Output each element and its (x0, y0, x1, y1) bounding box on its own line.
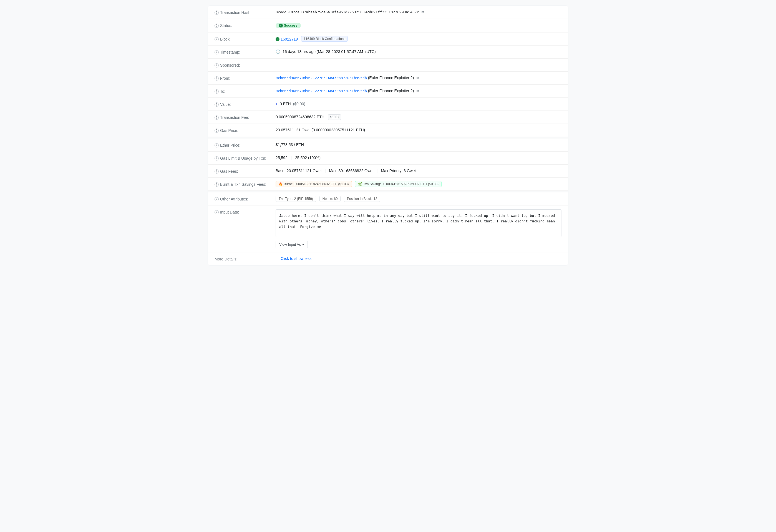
clock-icon: 🕐 (275, 49, 280, 54)
from-value: 0xb66cd966670d962C227B3EABA30a872DbFb995… (275, 75, 561, 80)
burnt-badge: 🔥 Burnt: 0.000513311824608632 ETH ($1.03… (275, 181, 352, 187)
status-value: Success (275, 23, 561, 28)
ether-price-value: $1,773.53 / ETH (275, 143, 561, 147)
gas-price-help-icon[interactable]: ? (215, 129, 219, 133)
input-data-value: View Input As ▾ (275, 209, 561, 248)
burnt-savings-label: ? Burnt & Txn Savings Fees: (215, 182, 275, 187)
view-input-as-button[interactable]: View Input As ▾ (275, 241, 308, 248)
more-details-label: More Details: (215, 256, 275, 261)
to-row: ? To: 0xb66cd966670d962C227B3EABA30a872D… (208, 85, 568, 98)
input-data-textarea[interactable] (275, 209, 561, 237)
status-row: ? Status: Success (208, 19, 568, 32)
timestamp-row: ? Timestamp: 🕐 16 days 13 hrs ago (Mar-2… (208, 45, 568, 58)
transaction-hash-label: ? Transaction Hash: (215, 10, 275, 15)
gas-fees-label: ? Gas Fees: (215, 169, 275, 174)
copy-hash-icon[interactable]: ⧉ (422, 10, 424, 14)
more-details-link[interactable]: — Click to show less (275, 256, 312, 261)
more-details-row: More Details: — Click to show less (208, 252, 568, 265)
block-row: ? Block: 16922719 116499 Block Confirmat… (208, 32, 568, 45)
burnt-savings-value: 🔥 Burnt: 0.000513311824608632 ETH ($1.03… (275, 182, 561, 186)
transaction-hash-row: ? Transaction Hash: 0xedd8102ca037abaeb7… (208, 6, 568, 19)
from-row: ? From: 0xb66cd966670d962C227B3EABA30a87… (208, 72, 568, 85)
block-label: ? Block: (215, 36, 275, 41)
copy-to-icon[interactable]: ⧉ (417, 89, 419, 93)
value-help-icon[interactable]: ? (215, 103, 219, 107)
status-label: ? Status: (215, 23, 275, 28)
transaction-fee-row: ? Transaction Fee: 0.00059008724608632 E… (208, 111, 568, 124)
savings-badge: 🌿 Txn Savings: 0.000412315928939992 ETH … (355, 181, 441, 187)
transaction-fee-help-icon[interactable]: ? (215, 116, 219, 120)
other-attributes-label: ? Other Attributes: (215, 196, 275, 201)
input-data-row: ? Input Data: View Input As ▾ (208, 205, 568, 252)
transaction-fee-value: 0.00059008724608632 ETH $1.18 (275, 115, 561, 119)
value-value: ♦ 0 ETH ($0.00) (275, 102, 561, 106)
transaction-hash-help-icon[interactable]: ? (215, 11, 219, 15)
transaction-hash-value: 0xedd8102ca037abaeb75ce6a1afe951d2953258… (275, 10, 561, 14)
gas-fees-row: ? Gas Fees: Base: 20.057511121 Gwei | Ma… (208, 165, 568, 178)
timestamp-value: 🕐 16 days 13 hrs ago (Mar-28-2023 01:57:… (275, 49, 561, 54)
to-label: ? To: (215, 88, 275, 94)
txn-type-badge: Txn Type: 2 (EIP-1559) (275, 196, 316, 202)
block-help-icon[interactable]: ? (215, 37, 219, 41)
sponsored-row: ? Sponsored: (208, 58, 568, 72)
from-label: ? From: (215, 75, 275, 80)
copy-from-icon[interactable]: ⧉ (417, 76, 419, 80)
ether-price-label: ? Ether Price: (215, 143, 275, 147)
input-data-help-icon[interactable]: ? (215, 210, 219, 214)
gas-limit-value: 25,592 | 25,592 (100%) (275, 156, 561, 160)
other-attributes-value: Txn Type: 2 (EIP-1559) Nonce: 60 Positio… (275, 196, 561, 201)
gas-limit-help-icon[interactable]: ? (215, 156, 219, 161)
timestamp-label: ? Timestamp: (215, 49, 275, 54)
gas-price-value: 23.057511121 Gwei (0.000000023057511121 … (275, 128, 561, 132)
more-details-value: — Click to show less (275, 256, 561, 261)
to-address-link[interactable]: 0xb66cd966670d962C227B3EABA30a872DbFb995… (275, 89, 367, 93)
timestamp-help-icon[interactable]: ? (215, 50, 219, 54)
other-attributes-row: ? Other Attributes: Txn Type: 2 (EIP-155… (208, 192, 568, 205)
ether-price-help-icon[interactable]: ? (215, 143, 219, 147)
confirmations-badge: 116499 Block Confirmations (301, 36, 348, 42)
value-label: ? Value: (215, 102, 275, 107)
input-data-label: ? Input Data: (215, 209, 275, 214)
from-help-icon[interactable]: ? (215, 76, 219, 80)
gas-limit-row: ? Gas Limit & Usage by Txn: 25,592 | 25,… (208, 152, 568, 165)
burnt-savings-help-icon[interactable]: ? (215, 182, 219, 187)
other-attributes-help-icon[interactable]: ? (215, 197, 219, 201)
status-badge: Success (275, 23, 301, 28)
value-row: ? Value: ♦ 0 ETH ($0.00) (208, 98, 568, 111)
sponsored-label: ? Sponsored: (215, 62, 275, 67)
position-badge: Position In Block: 12 (344, 196, 380, 202)
transaction-fee-usd-badge: $1.18 (328, 115, 341, 120)
burnt-savings-row: ? Burnt & Txn Savings Fees: 🔥 Burnt: 0.0… (208, 178, 568, 191)
ether-price-row: ? Ether Price: $1,773.53 / ETH (208, 139, 568, 152)
block-value: 16922719 116499 Block Confirmations (275, 36, 561, 41)
gas-price-label: ? Gas Price: (215, 128, 275, 133)
block-number-link[interactable]: 16922719 (275, 37, 298, 41)
gas-price-row: ? Gas Price: 23.057511121 Gwei (0.000000… (208, 124, 568, 137)
to-value: 0xb66cd966670d962C227B3EABA30a872DbFb995… (275, 88, 561, 93)
eth-diamond-icon: ♦ (275, 102, 277, 106)
status-help-icon[interactable]: ? (215, 24, 219, 28)
transaction-fee-label: ? Transaction Fee: (215, 115, 275, 120)
sponsored-help-icon[interactable]: ? (215, 63, 219, 67)
from-address-link[interactable]: 0xb66cd966670d962C227B3EABA30a872DbFb995… (275, 76, 367, 80)
gas-limit-label: ? Gas Limit & Usage by Txn: (215, 156, 275, 161)
gas-fees-value: Base: 20.057511121 Gwei | Max: 39.168636… (275, 169, 561, 173)
chevron-down-icon: ▾ (302, 242, 304, 246)
gas-fees-help-icon[interactable]: ? (215, 169, 219, 174)
nonce-badge: Nonce: 60 (320, 196, 341, 202)
to-help-icon[interactable]: ? (215, 90, 219, 94)
